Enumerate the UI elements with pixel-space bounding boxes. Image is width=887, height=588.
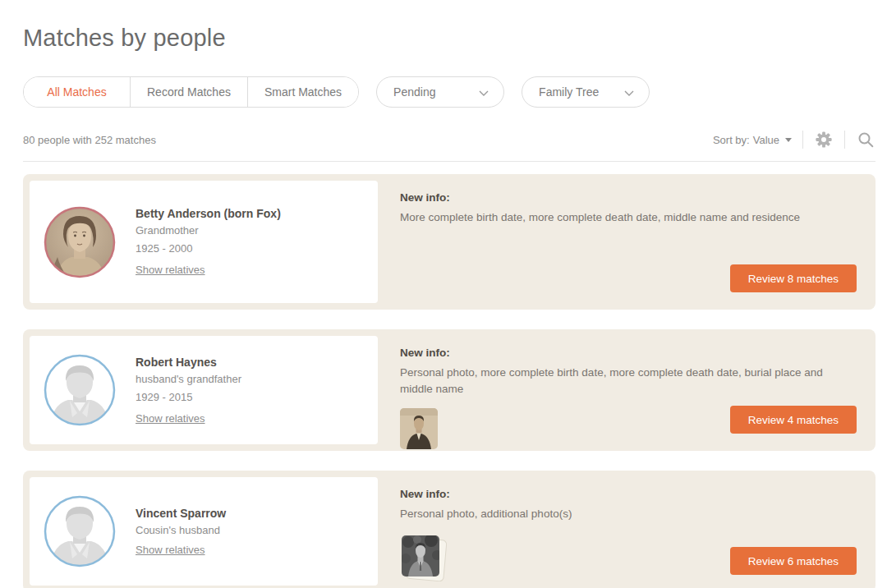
match-photo-stack-thumbnail[interactable] <box>400 534 448 585</box>
person-name: Robert Haynes <box>136 356 241 369</box>
tab-smart-matches[interactable]: Smart Matches <box>248 77 358 107</box>
person-name: Vincent Sparrow <box>136 507 226 520</box>
caret-down-icon <box>785 138 792 142</box>
show-relatives-link[interactable]: Show relatives <box>136 544 205 556</box>
male-silhouette-avatar[interactable] <box>44 495 116 567</box>
new-info-text: Personal photo, additional photo(s) <box>400 506 848 522</box>
results-toolbar: 80 people with 252 matches Sort by: Valu… <box>23 130 876 149</box>
male-silhouette-avatar[interactable] <box>44 354 116 426</box>
new-info-text: Personal photo, more complete birth date… <box>400 365 848 397</box>
match-card: Robert Haynes husband's grandfather 1929… <box>23 329 876 451</box>
person-panel: Betty Anderson (born Fox) Grandmother 19… <box>30 181 378 303</box>
sort-by-value: Value <box>753 134 779 146</box>
chevron-down-icon <box>479 85 489 99</box>
tab-record-matches[interactable]: Record Matches <box>131 77 248 107</box>
results-summary: 80 people with 252 matches <box>23 134 156 146</box>
match-card: Vincent Sparrow Cousin's husband Show re… <box>23 471 876 588</box>
new-info-label: New info: <box>400 191 869 204</box>
review-matches-button[interactable]: Review 8 matches <box>730 264 857 292</box>
person-photo-avatar[interactable] <box>44 206 116 278</box>
status-filter-dropdown[interactable]: Pending <box>376 76 504 108</box>
person-panel: Vincent Sparrow Cousin's husband Show re… <box>30 477 378 586</box>
settings-gear-icon[interactable] <box>814 130 834 149</box>
tree-filter-value: Family Tree <box>539 85 599 99</box>
matches-page: Matches by people All Matches Record Mat… <box>23 0 876 588</box>
new-info-panel: New info: Personal photo, more complete … <box>378 336 869 444</box>
review-matches-button[interactable]: Review 4 matches <box>730 406 857 434</box>
status-filter-value: Pending <box>393 85 435 99</box>
match-card: Betty Anderson (born Fox) Grandmother 19… <box>23 174 876 310</box>
divider <box>844 131 845 149</box>
sort-by-dropdown[interactable]: Sort by: Value <box>713 134 792 146</box>
toolbar-actions: Sort by: Value <box>713 130 876 149</box>
new-info-panel: New info: Personal photo, additional pho… <box>378 477 869 586</box>
person-info: Vincent Sparrow Cousin's husband Show re… <box>136 507 226 557</box>
show-relatives-link[interactable]: Show relatives <box>136 264 205 276</box>
match-photo-thumbnail[interactable] <box>400 408 438 452</box>
new-info-label: New info: <box>400 488 869 500</box>
new-info-label: New info: <box>400 347 869 359</box>
show-relatives-link[interactable]: Show relatives <box>136 412 205 425</box>
chevron-down-icon <box>624 85 634 99</box>
person-name: Betty Anderson (born Fox) <box>136 207 281 220</box>
person-relation: Cousin's husband <box>136 524 226 536</box>
toolbar-divider <box>23 161 876 162</box>
person-panel: Robert Haynes husband's grandfather 1929… <box>30 336 378 444</box>
person-relation: Grandmother <box>136 224 281 237</box>
person-info: Robert Haynes husband's grandfather 1929… <box>136 356 241 425</box>
person-info: Betty Anderson (born Fox) Grandmother 19… <box>136 207 281 277</box>
tree-filter-dropdown[interactable]: Family Tree <box>522 76 650 108</box>
filter-controls: All Matches Record Matches Smart Matches… <box>23 76 876 108</box>
review-matches-button[interactable]: Review 6 matches <box>730 547 857 575</box>
tab-all-matches[interactable]: All Matches <box>24 77 131 107</box>
page-title: Matches by people <box>23 25 876 52</box>
person-years: 1925 - 2000 <box>136 242 281 255</box>
divider <box>802 131 803 149</box>
search-icon[interactable] <box>856 130 876 149</box>
new-info-panel: New info: More complete birth date, more… <box>378 181 869 303</box>
person-years: 1929 - 2015 <box>136 391 241 403</box>
new-info-text: More complete birth date, more complete … <box>400 209 848 226</box>
sort-by-label: Sort by: <box>713 134 750 146</box>
person-relation: husband's grandfather <box>136 373 241 385</box>
match-type-tabs: All Matches Record Matches Smart Matches <box>23 76 359 108</box>
